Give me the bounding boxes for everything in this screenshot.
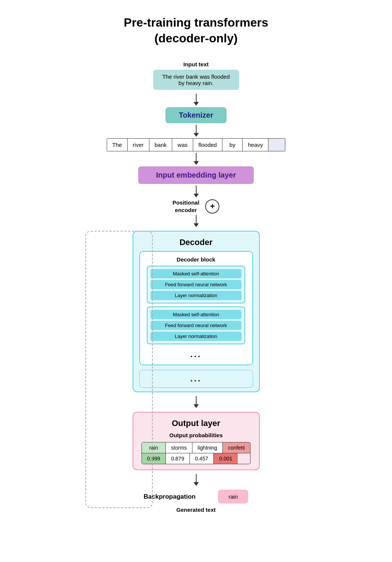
input-text-label: Input text xyxy=(183,61,209,67)
token-extra xyxy=(268,139,285,151)
prob-table: rain storms lightning confetti 0.999 0.8… xyxy=(142,442,250,464)
prob-word-lightning: lightning xyxy=(192,442,223,453)
token-the: The xyxy=(107,139,128,151)
tokenizer-box: Tokenizer xyxy=(165,107,227,123)
generated-word-box: rain xyxy=(218,490,248,504)
prob-word-confetti: confetti xyxy=(223,442,250,453)
arrow-5 xyxy=(192,215,200,227)
token-heavy: heavy xyxy=(243,139,268,151)
embedding-box: Input embedding layer xyxy=(138,166,254,184)
token-was: was xyxy=(172,139,193,151)
plus-circle: + xyxy=(205,199,219,214)
decoder-outer: Decoder Decoder block Masked self-attent… xyxy=(133,231,260,392)
arrow-2 xyxy=(192,125,200,137)
decoder-block-box: Decoder block Masked self-attention Feed… xyxy=(139,251,253,365)
tokens-row: The river bank was flooded by heavy xyxy=(107,138,286,151)
prob-val-storms: 0.879 xyxy=(166,453,190,464)
token-river: river xyxy=(128,139,149,151)
output-outer: Output layer Output probabilities rain s… xyxy=(133,412,260,470)
dots-outer-box: ... xyxy=(139,370,253,388)
token-by: by xyxy=(222,139,243,151)
masked-self-attention-1: Masked self-attention xyxy=(151,269,241,278)
decoder-block-title: Decoder block xyxy=(177,256,215,263)
prob-word-storms: storms xyxy=(166,442,192,453)
arrow-1 xyxy=(192,94,200,106)
arrow-7 xyxy=(192,474,200,486)
prob-row-words: rain storms lightning confetti xyxy=(142,442,250,453)
layer-norm-1: Layer normalization xyxy=(151,291,241,300)
positional-label: Positional encoder xyxy=(173,199,200,214)
token-bank: bank xyxy=(149,139,173,151)
positional-row: Positional encoder + xyxy=(173,199,220,214)
sub-block-1: Masked self-attention Feed forward neura… xyxy=(147,266,245,303)
prob-val-lightning: 0.457 xyxy=(190,453,214,464)
layer-norm-2: Layer normalization xyxy=(151,332,241,341)
prob-word-rain: rain xyxy=(142,442,166,453)
backprop-label: Backpropagation xyxy=(144,493,196,501)
arrow-4 xyxy=(192,185,200,197)
page: Pre-training transformers (decoder-only)… xyxy=(0,0,392,535)
arrow-3 xyxy=(192,153,200,165)
masked-self-attention-2: Masked self-attention xyxy=(151,310,241,319)
output-title: Output layer xyxy=(172,419,221,428)
page-title: Pre-training transformers (decoder-only) xyxy=(124,15,268,46)
feed-forward-1: Feed forward neural network xyxy=(151,280,241,289)
arrow-6 xyxy=(192,396,200,408)
prob-val-rain: 0.999 xyxy=(142,453,166,464)
feed-forward-2: Feed forward neural network xyxy=(151,321,241,330)
generated-text-label: Generated text xyxy=(176,507,216,513)
input-text-box: The river bank was flooded by heavy rain… xyxy=(153,70,239,90)
decoder-title: Decoder xyxy=(179,238,212,247)
prob-row-values: 0.999 0.879 0.457 0.001 xyxy=(142,453,250,464)
output-prob-title: Output probabilities xyxy=(169,432,223,438)
prob-val-confetti: 0.001 xyxy=(214,453,238,464)
sub-block-2: Masked self-attention Feed forward neura… xyxy=(147,306,245,344)
dots-inner: ... xyxy=(190,350,201,359)
token-flooded: flooded xyxy=(193,139,222,151)
